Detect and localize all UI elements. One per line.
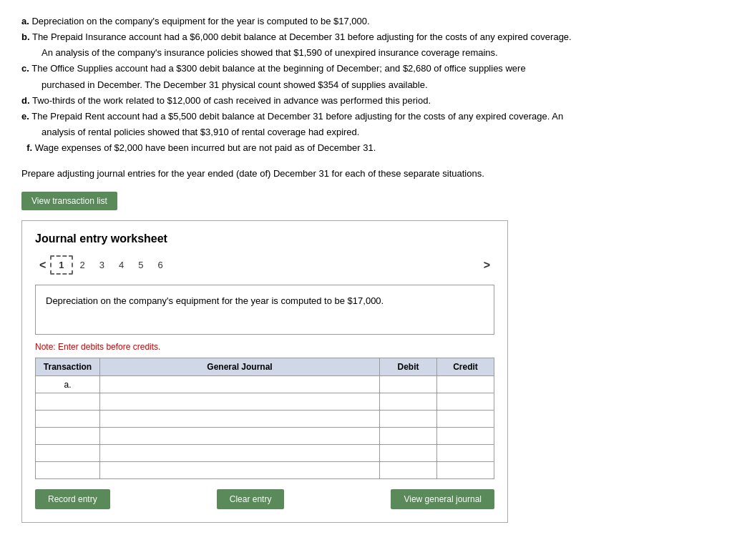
table-row xyxy=(36,411,494,428)
journal-entry-worksheet: Journal entry worksheet < 1 2 3 4 5 6 > … xyxy=(21,220,508,523)
credit-input-2[interactable] xyxy=(437,393,494,410)
tab-1[interactable]: 1 xyxy=(50,255,72,275)
item-c-text: The Office Supplies account had a $300 d… xyxy=(29,63,526,74)
item-f-text: Wage expenses of $2,000 have been incurr… xyxy=(32,142,376,153)
credit-cell-2[interactable] xyxy=(437,393,494,411)
note-text: Note: Enter debits before credits. xyxy=(35,342,494,352)
table-row xyxy=(36,462,494,479)
clear-entry-button[interactable]: Clear entry xyxy=(217,489,285,509)
item-c-text2: purchased in December. The December 31 p… xyxy=(42,79,428,90)
transaction-header: Transaction xyxy=(36,358,100,376)
debit-input-1[interactable] xyxy=(380,376,436,393)
table-row: a. xyxy=(36,376,494,393)
table-row xyxy=(36,393,494,411)
debit-input-4[interactable] xyxy=(380,428,436,444)
problem-text: a. Depreciation on the company's equipme… xyxy=(21,14,721,155)
debit-cell-2[interactable] xyxy=(380,393,437,411)
item-b-label: b. xyxy=(21,31,30,42)
view-general-journal-button[interactable]: View general journal xyxy=(391,489,494,509)
tab-4[interactable]: 4 xyxy=(112,257,131,273)
item-d-text: Two-thirds of the work related to $12,00… xyxy=(30,95,431,106)
general-journal-header: General Journal xyxy=(100,358,380,376)
footer-buttons: Record entry Clear entry View general jo… xyxy=(35,489,494,509)
debit-input-6[interactable] xyxy=(380,462,436,478)
general-journal-cell-3[interactable] xyxy=(100,411,380,428)
general-journal-input-6[interactable] xyxy=(100,462,379,478)
prepare-instructions: Prepare adjusting journal entries for th… xyxy=(21,168,721,179)
transaction-cell-3 xyxy=(36,411,100,428)
tab-6[interactable]: 6 xyxy=(151,257,170,273)
debit-input-2[interactable] xyxy=(380,393,436,410)
general-journal-cell-1[interactable] xyxy=(100,376,380,393)
debit-input-3[interactable] xyxy=(380,411,436,427)
item-b-text2: An analysis of the company's insurance p… xyxy=(42,47,498,58)
transaction-description: Depreciation on the company's equipment … xyxy=(35,285,494,335)
transaction-cell-5 xyxy=(36,445,100,462)
credit-cell-6[interactable] xyxy=(437,462,494,479)
item-e-text: The Prepaid Rent account had a $5,500 de… xyxy=(29,111,563,122)
credit-cell-3[interactable] xyxy=(437,411,494,428)
general-journal-input-4[interactable] xyxy=(100,428,379,444)
debit-header: Debit xyxy=(380,358,437,376)
debit-cell-3[interactable] xyxy=(380,411,437,428)
debit-cell-6[interactable] xyxy=(380,462,437,479)
debit-input-5[interactable] xyxy=(380,445,436,461)
journal-table: Transaction General Journal Debit Credit… xyxy=(35,358,494,479)
general-journal-input-1[interactable] xyxy=(100,376,379,393)
general-journal-input-3[interactable] xyxy=(100,411,379,427)
tab-next-arrow[interactable]: > xyxy=(479,257,494,273)
item-e-text2: analysis of rental policies showed that … xyxy=(42,127,359,137)
general-journal-cell-5[interactable] xyxy=(100,445,380,462)
credit-input-5[interactable] xyxy=(437,445,494,461)
item-f-label: f. xyxy=(26,142,32,153)
table-row xyxy=(36,445,494,462)
tab-navigation: < 1 2 3 4 5 6 > xyxy=(35,255,494,275)
tab-prev-arrow[interactable]: < xyxy=(35,257,50,273)
item-d-label: d. xyxy=(21,95,30,106)
credit-input-1[interactable] xyxy=(437,376,494,393)
item-a-label: a. xyxy=(21,16,29,26)
credit-cell-5[interactable] xyxy=(437,445,494,462)
debit-cell-4[interactable] xyxy=(380,428,437,445)
worksheet-title: Journal entry worksheet xyxy=(35,232,494,245)
credit-input-6[interactable] xyxy=(437,462,494,478)
general-journal-input-5[interactable] xyxy=(100,445,379,461)
item-c-label: c. xyxy=(21,63,29,74)
tab-5[interactable]: 5 xyxy=(131,257,150,273)
tab-3[interactable]: 3 xyxy=(92,257,112,273)
general-journal-input-2[interactable] xyxy=(100,393,379,410)
debit-cell-1[interactable] xyxy=(380,376,437,393)
transaction-cell-4 xyxy=(36,428,100,445)
credit-header: Credit xyxy=(437,358,494,376)
transaction-cell-6 xyxy=(36,462,100,479)
tab-2[interactable]: 2 xyxy=(73,257,92,273)
table-row xyxy=(36,428,494,445)
transaction-cell-2 xyxy=(36,393,100,411)
credit-cell-4[interactable] xyxy=(437,428,494,445)
item-a-text: Depreciation on the company's equipment … xyxy=(29,16,370,26)
credit-input-3[interactable] xyxy=(437,411,494,427)
credit-cell-1[interactable] xyxy=(437,376,494,393)
transaction-cell-1: a. xyxy=(36,376,100,393)
record-entry-button[interactable]: Record entry xyxy=(35,489,110,509)
general-journal-cell-2[interactable] xyxy=(100,393,380,411)
general-journal-cell-6[interactable] xyxy=(100,462,380,479)
view-transaction-list-button[interactable]: View transaction list xyxy=(21,192,117,210)
item-e-label: e. xyxy=(21,111,29,122)
general-journal-cell-4[interactable] xyxy=(100,428,380,445)
debit-cell-5[interactable] xyxy=(380,445,437,462)
item-b-text: The Prepaid Insurance account had a $6,0… xyxy=(30,31,572,42)
credit-input-4[interactable] xyxy=(437,428,494,444)
